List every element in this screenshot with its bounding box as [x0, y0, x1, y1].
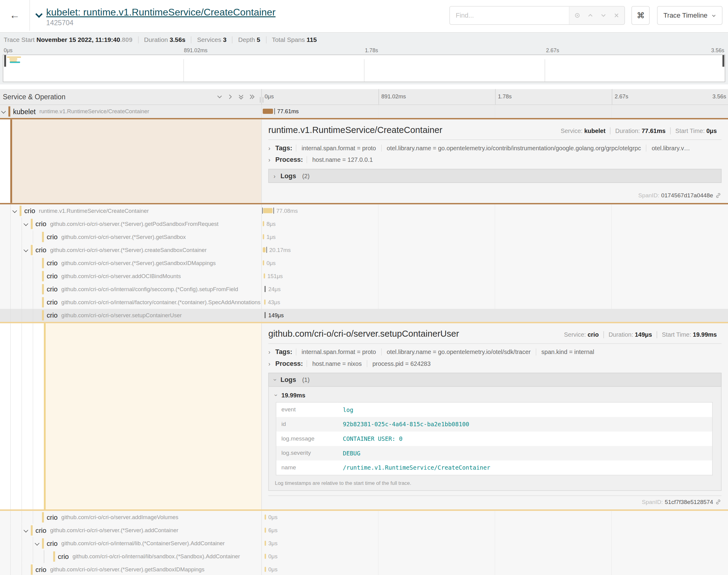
span-bar[interactable] — [263, 247, 265, 252]
service-name: crio — [47, 233, 58, 241]
tags-section[interactable]: › Tags: internal.span.format = proto ote… — [268, 144, 722, 152]
logs-section-expanded[interactable]: › Logs (1) — [268, 373, 722, 387]
logs-content: › 19.99ms event log id 92b82381-025c-4a6… — [268, 387, 722, 491]
span-row[interactable]: crio github.com/cri-o/cri-o/server.(*Ser… — [0, 563, 728, 575]
service-name: crio — [47, 311, 58, 319]
service-name: crio — [47, 259, 58, 267]
span-bar[interactable] — [263, 109, 273, 114]
span-bar[interactable] — [264, 299, 265, 305]
clear-find-icon[interactable] — [614, 12, 620, 19]
span-duration: 6μs — [268, 527, 277, 534]
span-row-selected[interactable]: crio github.com/cri-o/cri-o/server.setup… — [0, 309, 728, 322]
logs-section-collapsed[interactable]: › Logs (2) — [268, 169, 722, 183]
process-summary: host.name = 127.0.0.1 — [307, 156, 378, 163]
span-list: kubelet runtime.v1.RuntimeService/Create… — [0, 105, 728, 575]
span-row-kubelet-createcontainer[interactable]: kubelet runtime.v1.RuntimeService/Create… — [0, 105, 728, 118]
collapse-trace-chevron-icon[interactable] — [35, 10, 42, 18]
log-field-value: CONTAINER USER: 0 — [338, 431, 712, 446]
service-color-bar — [8, 106, 10, 116]
span-row[interactable]: crio github.com/cri-o/cri-o/server.(*Ser… — [0, 230, 728, 243]
ruler-tick: 1.78s — [498, 93, 512, 100]
span-bar[interactable] — [263, 260, 264, 265]
ruler-tick: 891.02ms — [381, 93, 406, 100]
chevron-down-icon[interactable] — [35, 541, 39, 546]
span-row[interactable]: crio github.com/cri-o/cri-o/internal/con… — [0, 283, 728, 296]
tags-section[interactable]: › Tags: internal.span.format = proto ote… — [268, 348, 722, 356]
span-bar[interactable] — [264, 273, 265, 278]
span-bar[interactable] — [265, 312, 265, 318]
service-name: crio — [36, 220, 46, 228]
tag-summary: otel.library.name = go.opentelemetry.io/… — [381, 348, 536, 356]
span-duration: 24μs — [268, 286, 280, 293]
operation-name: github.com/cri-o/cri-o/internal/lib.(*Co… — [61, 540, 225, 547]
tag-summary: otel.library.name = go.opentelemetry.io/… — [381, 144, 646, 151]
ruler-tick: 0μs — [265, 93, 274, 100]
chevron-down-icon[interactable] — [24, 221, 28, 226]
chevron-right-icon: › — [268, 348, 272, 356]
service-color-bar — [42, 297, 44, 308]
find-input[interactable] — [450, 7, 569, 24]
back-button[interactable]: ← — [0, 0, 30, 31]
operation-name: github.com/cri-o/cri-o/server.(*Server).… — [50, 527, 178, 534]
collapse-all-icon[interactable] — [238, 94, 244, 100]
trace-view-selector[interactable]: Trace Timeline — [657, 6, 722, 25]
trace-minimap[interactable] — [3, 55, 725, 82]
service-name: crio — [36, 246, 46, 254]
keyboard-shortcuts-button[interactable]: ⌘ — [632, 6, 650, 25]
prev-match-icon[interactable] — [587, 12, 594, 19]
span-bar[interactable] — [265, 528, 266, 533]
chevron-down-icon[interactable] — [24, 247, 28, 252]
span-bar[interactable] — [263, 221, 264, 226]
span-row[interactable]: crio github.com/cri-o/cri-o/server.addIm… — [0, 511, 728, 524]
operation-name: github.com/cri-o/cri-o/server.(*Server).… — [50, 247, 207, 253]
chevron-down-icon[interactable] — [12, 208, 17, 213]
span-row[interactable]: crio github.com/cri-o/cri-o/server.(*Ser… — [0, 524, 728, 537]
scope-icon[interactable] — [574, 12, 581, 19]
expand-one-icon[interactable] — [227, 94, 233, 100]
link-icon[interactable] — [715, 192, 722, 199]
service-color-bar — [31, 219, 33, 229]
span-bar[interactable] — [265, 554, 266, 559]
detail-service: Service: kubelet — [556, 127, 610, 134]
span-row[interactable]: crio github.com/cri-o/cri-o/server.(*Ser… — [0, 217, 728, 230]
span-bar[interactable] — [263, 234, 264, 239]
span-duration: 77.61ms — [277, 108, 299, 115]
span-bar[interactable] — [265, 286, 265, 292]
chevron-down-icon[interactable] — [24, 528, 28, 533]
span-bar[interactable] — [265, 515, 266, 520]
service-color-bar — [42, 512, 44, 522]
minimap-tick: 0μs — [4, 48, 12, 53]
process-section[interactable]: › Process: host.name = 127.0.0.1 — [268, 156, 722, 163]
service-name: crio — [58, 553, 69, 561]
span-row[interactable]: crio github.com/cri-o/cri-o/server.(*Ser… — [0, 257, 728, 270]
next-match-icon[interactable] — [600, 12, 607, 19]
span-bar[interactable] — [263, 208, 273, 213]
minimap-right-handle[interactable] — [723, 55, 724, 66]
process-section[interactable]: › Process: host.name = nixos process.pid… — [268, 360, 722, 367]
minimap-tick: 1.78s — [365, 48, 378, 53]
log-fields-table: event log id 92b82381-025c-4a64-815c-ba2… — [276, 402, 713, 475]
span-row[interactable]: crio github.com/cri-o/cri-o/internal/lib… — [0, 550, 728, 563]
operation-name: github.com/cri-o/cri-o/server.addImageVo… — [61, 514, 178, 521]
operation-name: github.com/cri-o/cri-o/internal/lib/sand… — [73, 553, 240, 560]
operation-name: github.com/cri-o/cri-o/server.(*Server).… — [50, 566, 204, 573]
expand-all-icon[interactable] — [249, 94, 255, 100]
span-row[interactable]: crio github.com/cri-o/cri-o/internal/lib… — [0, 537, 728, 550]
chevron-down-icon[interactable] — [1, 109, 6, 113]
minimap-left-handle[interactable] — [4, 55, 6, 66]
span-row[interactable]: crio runtime.v1.RuntimeService/CreateCon… — [0, 204, 728, 217]
log-field-value: DEBUG — [338, 446, 712, 461]
span-bar[interactable] — [265, 567, 266, 572]
span-row[interactable]: crio github.com/cri-o/cri-o/server.(*Ser… — [0, 243, 728, 257]
log-entry-header[interactable]: › 19.99ms — [274, 392, 716, 399]
chevron-right-icon: › — [273, 173, 277, 180]
command-icon: ⌘ — [637, 11, 645, 20]
span-duration: 1μs — [266, 234, 275, 240]
span-duration: 149μs — [268, 312, 284, 319]
span-row[interactable]: crio github.com/cri-o/cri-o/internal/fac… — [0, 296, 728, 309]
span-row[interactable]: crio github.com/cri-o/cri-o/server.addOC… — [0, 270, 728, 283]
collapse-one-icon[interactable] — [217, 94, 223, 100]
span-bar[interactable] — [265, 541, 266, 546]
trace-title-link[interactable]: kubelet: runtime.v1.RuntimeService/Creat… — [46, 6, 275, 18]
link-icon[interactable] — [715, 499, 722, 505]
